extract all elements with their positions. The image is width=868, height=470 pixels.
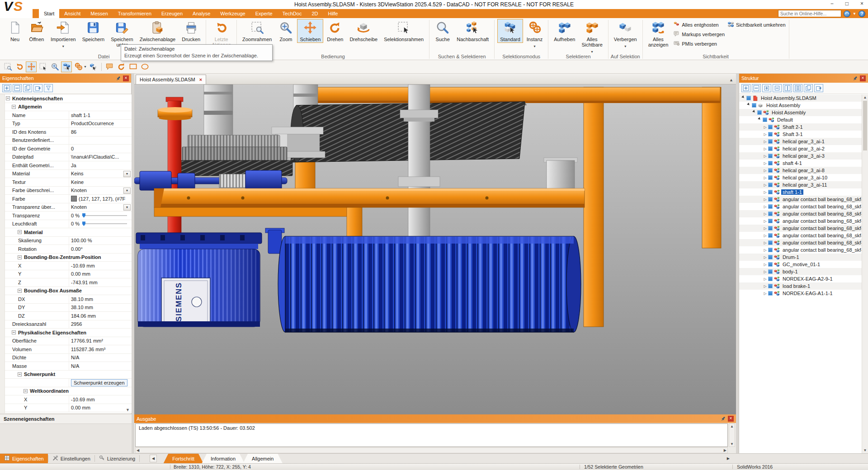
expander-collapsed-icon[interactable]: ▷ — [763, 154, 768, 158]
tree-item[interactable]: ▷GC_motive_01-1 — [739, 261, 862, 268]
expander-collapsed-icon[interactable]: ▷ — [763, 241, 768, 245]
ribbon-button-pmis-verbergen[interactable]: PMIs verbergen — [673, 40, 725, 47]
quick-markup-rect-icon[interactable] — [128, 61, 139, 72]
property-row[interactable]: Farbe überschrei...Knoten▼ — [5, 187, 132, 195]
property-row[interactable]: Dreiecksanzahl2956 — [5, 320, 132, 329]
output-tab-allgemein[interactable]: Allgemein — [243, 454, 283, 464]
property-row[interactable]: Dateipfad\\nanuk\F\Claudia\C... — [5, 153, 132, 162]
visibility-checkbox[interactable] — [768, 168, 773, 173]
ribbon-button-zoom[interactable]: Zoom — [275, 19, 296, 43]
ribbon-button-drehen[interactable]: Drehen — [324, 19, 346, 43]
help-icon[interactable]: ? — [859, 10, 865, 17]
maximize-button[interactable]: □ — [845, 0, 849, 7]
output-vertical-scrollbar[interactable]: ▲ ▼ — [729, 423, 735, 447]
tree-item[interactable]: ▷angular contact ball bearing_68_skf-2 — [739, 203, 862, 210]
property-section[interactable]: −Knoteneigenschaften — [5, 94, 132, 103]
visibility-checkbox[interactable] — [768, 190, 773, 194]
visibility-checkbox[interactable] — [768, 269, 773, 274]
tree-item[interactable]: ▷angular contact ball bearing_68_skf-8 — [739, 246, 862, 254]
visibility-checkbox[interactable] — [768, 212, 773, 216]
pin-icon[interactable] — [720, 416, 726, 422]
visibility-checkbox[interactable] — [768, 248, 773, 252]
globe-icon[interactable]: ◠ — [844, 10, 850, 17]
help-search-input[interactable] — [778, 10, 841, 17]
ribbon-button-alles-entghosten[interactable]: Alles entghosten — [673, 21, 725, 28]
ribbon-button--ffnen[interactable]: Öffnen — [26, 19, 47, 43]
expander-collapsed-icon[interactable]: ▷ — [763, 205, 768, 209]
expander-collapsed-icon[interactable]: ▷ — [763, 147, 768, 151]
tree-item[interactable]: ▷Drum-1 — [739, 254, 862, 261]
ribbon-button-drehscheibe[interactable]: Drehscheibe — [347, 19, 380, 43]
scroll-right-icon[interactable]: ▶ — [724, 448, 726, 452]
menu-tab-experte[interactable]: Experte — [250, 9, 278, 18]
level-icon[interactable] — [783, 84, 792, 92]
property-row[interactable]: ID des Knotens86 — [5, 128, 132, 136]
tree-item[interactable]: ▷body-1 — [739, 268, 862, 275]
output-tab-fortschritt[interactable]: Fortschritt — [163, 454, 203, 464]
copy-icon[interactable] — [23, 84, 32, 92]
expand-icon[interactable] — [762, 84, 771, 92]
property-value[interactable]: 38.10 mm — [69, 295, 132, 303]
visibility-checkbox[interactable] — [752, 103, 756, 108]
property-value[interactable]: -743.91 mm — [69, 278, 132, 287]
tree-item[interactable]: ▷angular contact ball bearing_68_skf-3 — [739, 210, 862, 217]
scroll-up-icon[interactable]: ▲ — [730, 424, 734, 428]
property-row[interactable]: MaterialKeins▼ — [5, 170, 132, 179]
property-row[interactable]: Benutzerdefiniert... — [5, 136, 132, 145]
tree-item[interactable]: ▷helical gear_3_ai-2 — [739, 145, 862, 152]
property-value[interactable]: 38.10 mm — [69, 304, 132, 312]
tree-item[interactable]: ▷angular contact ball bearing_68_skf-4 — [739, 217, 862, 225]
color-swatch[interactable] — [71, 196, 77, 202]
property-section[interactable]: −Material — [5, 228, 132, 237]
expander-collapsed-icon[interactable]: ▷ — [763, 197, 768, 202]
expander-collapsed-icon[interactable]: ▷ — [763, 234, 768, 238]
property-value[interactable]: -10.69 mm — [69, 395, 132, 404]
dock-tab-einstellungen[interactable]: Einstellungen — [48, 454, 94, 463]
tree-item[interactable]: Hoist Assembly.SLDASM — [739, 94, 862, 102]
expander-collapsed-icon[interactable]: ▷ — [763, 140, 768, 144]
list-icon[interactable] — [793, 84, 802, 92]
ribbon-button-schieben[interactable]: Schieben — [297, 19, 323, 43]
quick-select-standard-icon[interactable] — [61, 61, 72, 72]
dropdown-button[interactable]: ▼ — [123, 204, 131, 211]
collapse-all-icon[interactable] — [13, 84, 22, 92]
tree-item[interactable]: ▷angular contact ball bearing_68_skf-1 — [739, 196, 862, 203]
property-value[interactable]: Knoten▼ — [69, 203, 132, 212]
property-value[interactable]: 115287.36 mm³ — [69, 345, 132, 353]
ribbon-button-instanz[interactable]: Instanz ▾ — [524, 19, 545, 50]
property-section[interactable]: −Bounding-Box Ausmaße — [5, 287, 132, 296]
expand-all-icon[interactable] — [741, 84, 750, 92]
slider-thumb[interactable] — [82, 213, 85, 218]
dropdown-caret-icon[interactable]: ▼ — [853, 12, 856, 16]
menu-tab-techdoc[interactable]: TechDoc — [278, 9, 307, 18]
menu-tab-werkzeuge[interactable]: Werkzeuge — [215, 9, 250, 18]
export-icon[interactable] — [814, 84, 823, 92]
property-value[interactable]: 184.06 mm — [69, 312, 132, 320]
scroll-down-icon[interactable]: ▼ — [730, 442, 734, 446]
property-row[interactable]: ID der Geometrie0 — [5, 145, 132, 153]
property-row[interactable]: Y0.00 mm — [5, 404, 132, 413]
property-row[interactable]: Transparenz0 % — [5, 212, 132, 220]
property-row[interactable]: Farbe(127, 127, 127), (#7F — [5, 195, 132, 203]
property-value[interactable]: shaft 1-1 — [69, 111, 132, 119]
menu-tab-analyse[interactable]: Analyse — [188, 9, 215, 18]
ribbon-button-markups-verbergen[interactable]: Markups verbergen — [673, 30, 725, 38]
property-value[interactable]: -10.69 mm — [69, 262, 132, 270]
3d-viewport[interactable]: SIEMENS — [134, 85, 736, 414]
property-value[interactable]: N/A — [69, 354, 132, 362]
property-value[interactable]: 0.00 mm — [69, 270, 132, 278]
visibility-checkbox[interactable] — [768, 175, 773, 180]
visibility-checkbox[interactable] — [746, 96, 751, 100]
expander-collapsed-icon[interactable]: ▷ — [763, 226, 768, 230]
output-horizontal-scrollbar[interactable]: ◀ ▶ — [135, 447, 728, 453]
tree-item[interactable]: ▷shaft 4-1 — [739, 160, 862, 167]
property-row[interactable]: Volumen115287.36 mm³ — [5, 345, 132, 354]
visibility-checkbox[interactable] — [768, 240, 773, 245]
collapse-box-icon[interactable]: − — [18, 230, 22, 234]
tree-item[interactable]: ▷load brake-1 — [739, 282, 862, 290]
menu-tab-2d[interactable]: 2D — [307, 9, 323, 18]
visibility-checkbox[interactable] — [763, 118, 767, 122]
collapse-box-icon[interactable]: − — [12, 330, 16, 334]
property-row[interactable]: DY38.10 mm — [5, 304, 132, 312]
expander-collapsed-icon[interactable]: ▷ — [763, 190, 768, 194]
